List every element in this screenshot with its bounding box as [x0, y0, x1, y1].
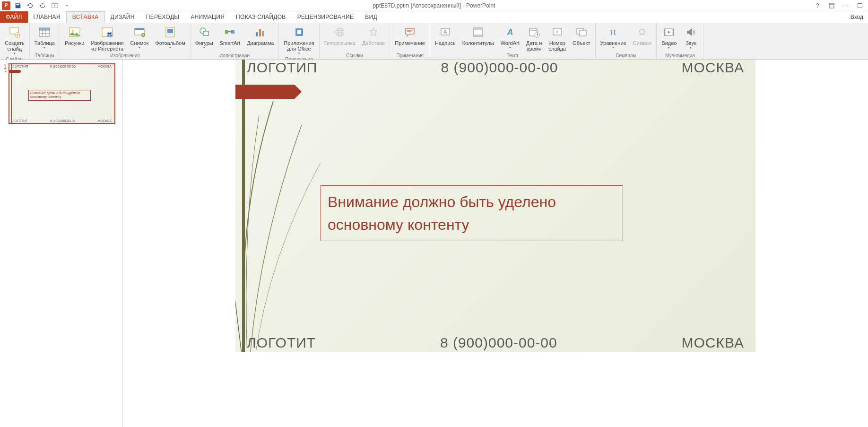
new-slide-button[interactable]: Создать слайд ▾ — [2, 24, 27, 56]
group-slides: Создать слайд ▾ Слайды — [0, 23, 30, 59]
group-symbols: π Уравнение ▾ Ω Символ Символы — [596, 23, 657, 59]
textbox-button[interactable]: A Надпись — [432, 24, 459, 47]
slide-phone-top[interactable]: 8 (900)000-00-00 — [441, 60, 558, 76]
thumbnail-wrap: 1 * ЛОГОТИП 8 (900)000-00-00 МОСКВА Вним… — [2, 63, 121, 124]
tab-review[interactable]: РЕЦЕНЗИРОВАНИЕ — [292, 11, 360, 23]
screenshot-button[interactable]: Снимок ▾ — [128, 24, 152, 51]
smartart-icon — [222, 25, 237, 40]
chevron-down-icon: ▾ — [509, 46, 511, 50]
window-title: pptE87D.pptm [Автосохраненный] - PowerPo… — [373, 2, 495, 9]
group-apps: Приложения для Office ▾ Приложения — [279, 23, 319, 59]
tab-insert[interactable]: ВСТАВКА — [66, 11, 105, 23]
slide-number-button[interactable]: # Номер слайда — [546, 24, 569, 52]
new-slide-icon — [7, 25, 22, 40]
svg-text:A: A — [506, 27, 513, 37]
header-footer-button[interactable]: Колонтитулы — [460, 24, 497, 47]
slide-thumbnail-1[interactable]: ЛОГОТИП 8 (900)000-00-00 МОСКВА Внимание… — [9, 63, 115, 124]
ribbon-display-button[interactable] — [826, 1, 837, 10]
chevron-down-icon: ▾ — [139, 46, 140, 50]
svg-rect-2 — [858, 3, 862, 8]
slide-city-top[interactable]: МОСКВА — [681, 60, 744, 76]
video-button[interactable]: Видео ▾ — [659, 24, 679, 51]
shapes-button[interactable]: Фигуры ▾ — [192, 24, 216, 51]
table-button[interactable]: Таблица ▾ — [32, 24, 58, 51]
minimize-button[interactable]: — — [841, 1, 851, 10]
object-icon — [574, 25, 589, 40]
maximize-button[interactable] — [855, 1, 865, 10]
chevron-down-icon: ▾ — [43, 46, 45, 50]
app-icon[interactable]: P — [2, 1, 10, 10]
chevron-down-icon: ▾ — [690, 46, 692, 50]
svg-text:A: A — [443, 29, 447, 35]
equation-icon: π — [606, 25, 621, 40]
symbol-icon: Ω — [634, 25, 650, 40]
shapes-icon — [197, 25, 212, 40]
tab-file[interactable]: ФАЙЛ — [0, 11, 28, 23]
slide-number-icon: # — [550, 25, 565, 40]
group-images: Рисунки Изображения из Интернета Снимок … — [60, 23, 191, 59]
hyperlink-icon — [332, 25, 347, 40]
chevron-down-icon: ▾ — [668, 46, 670, 50]
svg-rect-12 — [135, 28, 144, 30]
equation-button[interactable]: π Уравнение ▾ — [598, 24, 629, 51]
slide-canvas[interactable]: ЛОГОТИП 8 (900)000-00-00 МОСКВА Внимание… — [235, 60, 755, 352]
save-button[interactable] — [13, 1, 23, 10]
svg-rect-22 — [259, 29, 261, 36]
slide-arrow-shape[interactable] — [235, 85, 295, 99]
ribbon-tabs: ФАЙЛ ГЛАВНАЯ ВСТАВКА ДИЗАЙН ПЕРЕХОДЫ АНИ… — [0, 11, 868, 23]
wordart-icon: A — [503, 25, 518, 40]
slide-thumbnails-panel[interactable]: 1 * ЛОГОТИП 8 (900)000-00-00 МОСКВА Вним… — [0, 60, 123, 427]
tab-home[interactable]: ГЛАВНАЯ — [28, 11, 66, 23]
smartart-button[interactable]: SmartArt — [217, 24, 243, 47]
online-pictures-button[interactable]: Изображения из Интернета — [88, 24, 126, 52]
redo-button[interactable] — [38, 1, 47, 10]
group-media: Видео ▾ Звук ▾ Мультимедиа — [657, 23, 703, 59]
date-time-icon — [527, 25, 542, 40]
slide-city-bottom[interactable]: МОСКВА — [682, 335, 745, 351]
start-from-beginning-button[interactable] — [50, 1, 60, 10]
video-icon — [661, 25, 677, 40]
svg-rect-23 — [262, 31, 264, 36]
audio-button[interactable]: Звук ▾ — [680, 24, 701, 51]
slide-phone-bottom[interactable]: 8 (900)000-00-00 — [440, 335, 557, 351]
comment-button[interactable]: Примечание — [392, 24, 428, 47]
ribbon: Создать слайд ▾ Слайды Таблица ▾ Таблицы… — [0, 23, 868, 60]
tab-slideshow[interactable]: ПОКАЗ СЛАЙДОВ — [230, 11, 292, 23]
photo-album-button[interactable]: Фотоальбом ▾ — [152, 24, 188, 51]
svg-rect-32 — [474, 35, 482, 36]
header-footer-icon — [470, 25, 486, 40]
undo-button[interactable] — [26, 1, 35, 10]
comment-icon — [402, 25, 417, 40]
slide-logo-bottom[interactable]: ЛОГОТИТ — [247, 335, 316, 351]
hyperlink-button: Гиперссылка — [321, 24, 358, 47]
svg-rect-31 — [474, 28, 482, 30]
titlebar: P ▾ pptE87D.pptm [Автосохраненный] - Pow… — [0, 0, 868, 11]
wordart-button[interactable]: A WordArt ▾ — [498, 24, 522, 51]
workspace: 1 * ЛОГОТИП 8 (900)000-00-00 МОСКВА Вним… — [0, 60, 868, 427]
svg-rect-1 — [829, 3, 834, 8]
group-illustrations: Фигуры ▾ SmartArt Диаграмма Иллюстрации — [191, 23, 279, 59]
slide-main-textbox[interactable]: Внимание должно быть уделено основному к… — [321, 185, 623, 241]
svg-point-8 — [72, 30, 74, 32]
tab-transitions[interactable]: ПЕРЕХОДЫ — [140, 11, 185, 23]
sign-in-link[interactable]: Вход — [846, 11, 868, 23]
help-button[interactable]: ? — [812, 1, 823, 10]
animation-indicator-icon[interactable]: * — [2, 70, 9, 75]
pictures-button[interactable]: Рисунки — [62, 24, 87, 47]
svg-text:π: π — [610, 26, 616, 37]
object-button[interactable]: Объект — [570, 24, 593, 47]
symbol-button: Ω Символ — [630, 24, 655, 47]
qat-customize-button[interactable]: ▾ — [62, 1, 72, 10]
tab-design[interactable]: ДИЗАЙН — [105, 11, 140, 23]
slide-header-row: ЛОГОТИП 8 (900)000-00-00 МОСКВА — [247, 60, 744, 76]
office-apps-button[interactable]: Приложения для Office ▾ — [281, 24, 317, 56]
group-text: A Надпись Колонтитулы A WordArt ▾ Дата и… — [430, 23, 596, 59]
chart-button[interactable]: Диаграмма — [244, 24, 277, 47]
screenshot-icon — [132, 25, 147, 40]
chevron-down-icon: ▾ — [298, 52, 300, 55]
tab-view[interactable]: ВИД — [359, 11, 383, 23]
tab-animations[interactable]: АНИМАЦИЯ — [185, 11, 230, 23]
date-time-button[interactable]: Дата и время — [523, 24, 545, 52]
slide-editor[interactable]: ЛОГОТИП 8 (900)000-00-00 МОСКВА Внимание… — [123, 60, 868, 427]
slide-logo-top[interactable]: ЛОГОТИП — [247, 60, 317, 76]
